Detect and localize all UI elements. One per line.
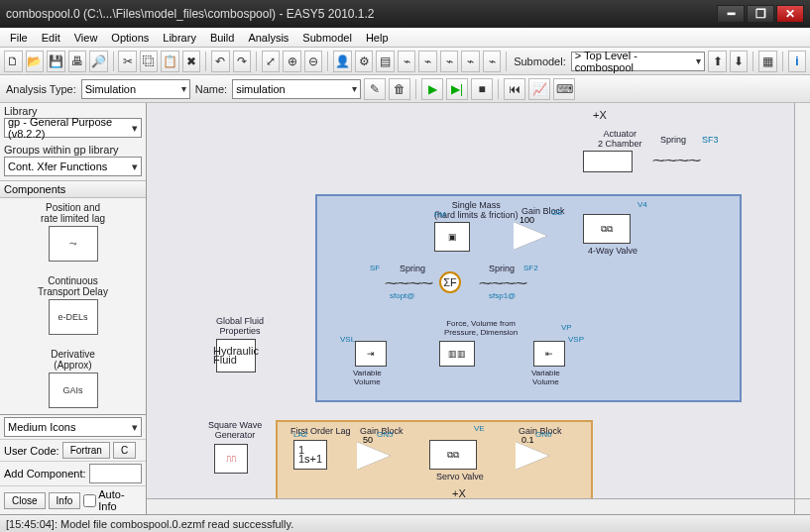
maximize-button[interactable]: ❐ — [747, 5, 774, 23]
close-sidebar-button[interactable]: Close — [4, 492, 46, 509]
grid-icon[interactable]: ▦ — [758, 51, 777, 72]
paste-icon[interactable]: 📋 — [161, 51, 179, 72]
menu-build[interactable]: Build — [204, 30, 240, 46]
var-vol-right[interactable]: ⇤ — [533, 341, 565, 367]
groups-select[interactable]: Cont. Xfer Functions — [4, 157, 142, 176]
model-canvas[interactable]: +X Actuator 2 Chamber Spring ⁓⁓⁓⁓ SF3 Si… — [147, 103, 810, 514]
global-fluid-block[interactable]: Hydraulic Fluid — [216, 339, 256, 372]
tool5-icon[interactable]: ⌁ — [483, 51, 502, 72]
sf1-sub: sfopt@ — [390, 291, 414, 300]
var-vol-label-l: Variable Volume — [353, 369, 382, 386]
menu-submodel[interactable]: Submodel — [296, 30, 358, 46]
valve4-label: 4-Way Valve — [588, 246, 637, 256]
menu-view[interactable]: View — [68, 30, 104, 46]
spring-l-label: Spring — [400, 264, 425, 273]
add-comp-label: Add Component: — [4, 468, 86, 479]
ve-tag: VE — [474, 424, 485, 433]
sf3-tag: SF3 — [702, 135, 719, 145]
titlebar: combospool.0 (C:\...\Files\model_files\c… — [0, 0, 810, 28]
sigma-f-block[interactable]: ΣF — [439, 271, 461, 293]
minimize-button[interactable]: ━ — [717, 5, 745, 23]
up-icon[interactable]: ⬆ — [708, 51, 727, 72]
var-vol-left[interactable]: ⇥ — [355, 341, 387, 367]
zoom-in-icon[interactable]: ⊕ — [283, 51, 301, 72]
open-icon[interactable]: 📂 — [26, 51, 45, 72]
library-select[interactable]: gp - General Purpose (v8.2.2) — [4, 118, 142, 138]
component-item[interactable]: Position and rate limited lag ⤳ — [4, 202, 142, 262]
tool-icon[interactable]: ⌁ — [398, 51, 416, 72]
h-scroll[interactable] — [147, 498, 794, 514]
global-fluid-label: Global Fluid Properties — [216, 316, 264, 336]
v-scroll[interactable] — [794, 103, 810, 498]
servo-valve-block[interactable]: ⧉⧉ — [429, 440, 477, 470]
user-code-fortran[interactable]: Fortran — [62, 442, 110, 459]
force-vol-label: Force, Volume from Pressure, Dimension — [444, 319, 518, 337]
delete-icon[interactable]: ✖ — [182, 51, 201, 72]
cut-icon[interactable]: ✂ — [118, 51, 137, 72]
info-icon[interactable]: i — [788, 51, 807, 72]
component-list[interactable]: Position and rate limited lag ⤳ Continuo… — [0, 198, 146, 414]
user-code-c[interactable]: C — [113, 442, 136, 459]
stop-icon[interactable]: ■ — [471, 78, 493, 100]
first-order-block[interactable]: 1 1s+1 — [293, 440, 327, 470]
run-icon[interactable]: 👤 — [333, 51, 352, 72]
new-icon[interactable]: 🗋 — [4, 51, 23, 72]
analysis-type-select[interactable]: Simulation — [81, 79, 190, 99]
copy-icon[interactable]: ⿻ — [140, 51, 159, 72]
var-vol-label-r: Variable Volume — [531, 369, 560, 386]
close-button[interactable]: ✕ — [776, 5, 804, 23]
undo-icon[interactable]: ↶ — [211, 51, 230, 72]
rewind-icon[interactable]: ⏮ — [504, 78, 525, 100]
print-icon[interactable]: 🖶 — [68, 51, 87, 72]
add-comp-input[interactable] — [89, 464, 142, 483]
tool2-icon[interactable]: ⌁ — [418, 51, 437, 72]
toolbar-main: 🗋 📂 💾 🖶 🔎 ✂ ⿻ 📋 ✖ ↶ ↷ ⤢ ⊕ ⊖ 👤 ⚙ ▤ ⌁ ⌁ ⌁ … — [0, 48, 810, 75]
autoinfo-check[interactable]: Auto-Info — [83, 488, 142, 512]
gear-icon[interactable]: ⚙ — [355, 51, 374, 72]
servo-label: Servo Valve — [436, 472, 484, 481]
menubar: File Edit View Options Library Build Ana… — [0, 28, 810, 48]
menu-file[interactable]: File — [4, 30, 34, 46]
play-icon[interactable]: ▶ — [421, 78, 443, 100]
spring-top-label: Spring — [660, 135, 686, 145]
menu-edit[interactable]: Edit — [36, 30, 66, 46]
single-mass-block[interactable]: ▣ — [434, 222, 470, 252]
library-sidebar: Library gp - General Purpose (v8.2.2) Gr… — [0, 103, 147, 514]
menu-options[interactable]: Options — [105, 30, 155, 46]
step-icon[interactable]: ▶| — [446, 78, 468, 100]
la2-tag: LA2 — [293, 430, 307, 439]
edit-analysis-icon[interactable]: ✎ — [364, 78, 386, 100]
gn5-tag: GN5 — [377, 430, 393, 439]
find-icon[interactable]: 🔎 — [89, 51, 108, 72]
down-icon[interactable]: ⬇ — [730, 51, 749, 72]
statusbar: [15:45:04]: Model file combospool.0.ezmf… — [0, 514, 810, 532]
icon-size-select[interactable]: Medium Icons — [4, 417, 142, 437]
force-vol-block[interactable]: ▥▥ — [439, 341, 475, 367]
fit-icon[interactable]: ⤢ — [262, 51, 281, 72]
monitor-icon[interactable]: ⌨ — [553, 78, 575, 100]
tool3-icon[interactable]: ⌁ — [440, 51, 459, 72]
remove-analysis-icon[interactable]: 🗑 — [389, 78, 410, 100]
sf2-sub: sfsp1@ — [489, 291, 516, 300]
component-item[interactable]: Derivative (Approx) GAIs — [4, 349, 142, 408]
name-label: Name: — [193, 83, 229, 95]
gn6-tag: GN6 — [535, 430, 551, 439]
chart-icon[interactable]: ▤ — [376, 51, 395, 72]
menu-analysis[interactable]: Analysis — [242, 30, 294, 46]
redo-icon[interactable]: ↷ — [233, 51, 252, 72]
submodel-select[interactable]: > Top Level - combospool — [571, 52, 706, 71]
plot-icon[interactable]: 📈 — [528, 78, 550, 100]
groups-label: Groups within gp library — [0, 142, 146, 156]
tool4-icon[interactable]: ⌁ — [461, 51, 480, 72]
valve4-block[interactable]: ⧉⧉ — [583, 214, 631, 244]
actuator-block[interactable] — [583, 151, 633, 172]
user-code-label: User Code: — [4, 445, 59, 457]
component-item[interactable]: Continuous Transport Delay e-DELs — [4, 275, 142, 335]
analysis-name-select[interactable]: simulation — [232, 79, 361, 99]
save-icon[interactable]: 💾 — [47, 51, 65, 72]
square-wave-block[interactable]: ⎍⎍ — [214, 444, 248, 474]
menu-help[interactable]: Help — [360, 30, 395, 46]
info-button[interactable]: Info — [49, 492, 81, 509]
menu-library[interactable]: Library — [157, 30, 202, 46]
zoom-out-icon[interactable]: ⊖ — [304, 51, 323, 72]
